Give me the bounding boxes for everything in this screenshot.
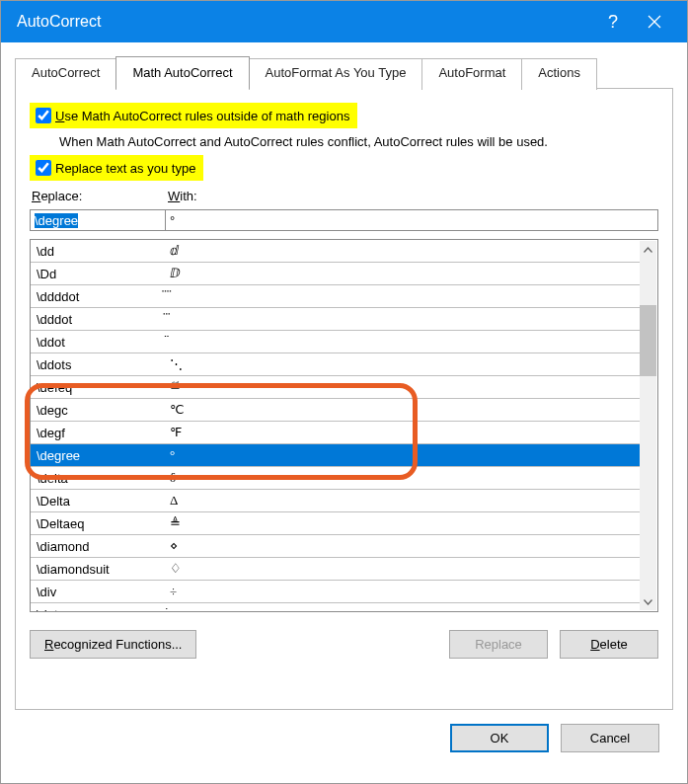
table-row[interactable]: \diamondsuit♢ [31,558,640,581]
table-row[interactable]: \Deltaeq≜ [31,512,640,535]
table-row[interactable]: \deltaδ [31,467,640,490]
table-row[interactable]: \dddot⃛ [31,308,640,331]
tab-strip: AutoCorrectMath AutoCorrectAutoFormat As… [15,56,673,88]
scroll-down-button[interactable] [640,593,656,610]
table-row[interactable]: \ddddot⃜ [31,285,640,308]
ok-button[interactable]: OK [450,724,549,752]
title-bar: AutoCorrect ? [1,1,687,42]
delete-button[interactable]: Delete [560,630,658,659]
chevron-down-icon [644,599,652,605]
replace-field[interactable]: \degree [30,209,166,231]
with-field[interactable] [165,209,658,231]
window-title: AutoCorrect [17,13,592,31]
table-row[interactable]: \ddⅆ [31,240,640,263]
tab-math-autocorrect[interactable]: Math AutoCorrect [115,56,249,89]
tab-autoformat[interactable]: AutoFormat [421,58,522,90]
replace-button: Replace [449,630,548,659]
table-row[interactable]: \div÷ [31,581,640,603]
scroll-thumb[interactable] [640,305,656,376]
recognized-functions-button[interactable]: Recognized Functions... [30,630,196,659]
conflict-note: When Math AutoCorrect and AutoCorrect ru… [59,134,658,149]
tab-actions[interactable]: Actions [521,58,597,90]
table-row[interactable]: \defeq≝ [31,376,640,399]
close-icon [648,15,661,29]
replace-label: Replace: [30,189,166,203]
table-row[interactable]: \doṫ [31,603,640,612]
table-row[interactable]: \degc℃ [31,399,640,422]
table-row[interactable]: \ddoẗ [31,331,640,353]
help-button[interactable]: ? [592,1,634,42]
close-button[interactable] [634,1,675,42]
use-outside-math-checkbox[interactable]: Use Math AutoCorrect rules outside of ma… [30,103,357,128]
entries-list[interactable]: \ddⅆ\Ddⅅ\ddddot⃜\dddot⃛\ddoẗ\ddots⋱\def… [30,239,658,612]
scroll-up-button[interactable] [640,241,656,258]
table-row[interactable]: \ddots⋱ [31,353,640,376]
cancel-button[interactable]: Cancel [561,724,659,752]
with-label: With: [166,189,658,203]
table-row[interactable]: \degree° [31,444,640,467]
table-row[interactable]: \DeltaΔ [31,490,640,512]
table-row[interactable]: \degf℉ [31,422,640,444]
tab-panel: Use Math AutoCorrect rules outside of ma… [15,88,673,710]
table-row[interactable]: \diamond⋄ [31,535,640,558]
tab-autoformat-as-you-type[interactable]: AutoFormat As You Type [249,58,423,90]
replace-as-you-type-checkbox[interactable]: Replace text as you type [30,155,203,181]
table-row[interactable]: \Ddⅅ [31,263,640,285]
chevron-up-icon [644,247,652,253]
tab-autocorrect[interactable]: AutoCorrect [15,58,116,90]
replace-as-you-type-input[interactable] [36,160,51,176]
scroll-track[interactable] [640,258,656,593]
use-outside-math-input[interactable] [36,108,51,123]
scrollbar[interactable] [640,241,656,610]
